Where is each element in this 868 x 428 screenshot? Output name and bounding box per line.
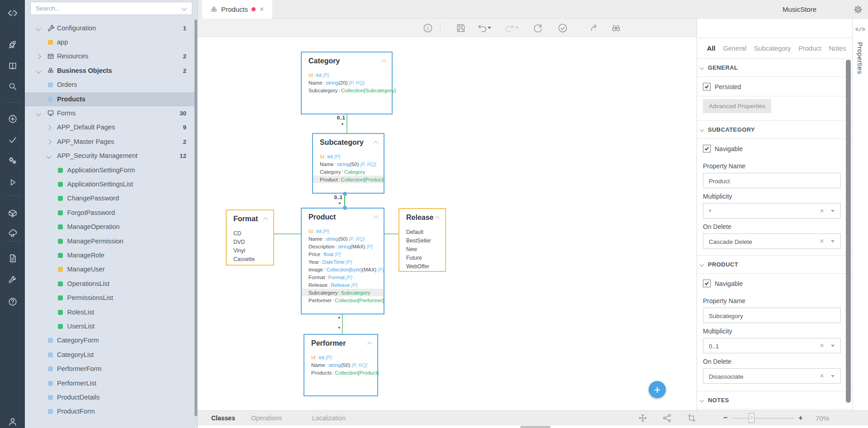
zoom-slider-track[interactable]: [733, 418, 795, 419]
attribute-cd[interactable]: CD: [227, 229, 273, 238]
tree-item-app[interactable]: app: [25, 35, 198, 49]
attribute-new[interactable]: New: [399, 245, 445, 253]
search-box[interactable]: [30, 2, 192, 15]
help-icon[interactable]: [0, 294, 25, 309]
gears-icon[interactable]: [0, 153, 25, 168]
add-entity-button[interactable]: +: [649, 381, 666, 398]
entity-release[interactable]: ReleaseDefaultBestSellerNewFutureWebOffe…: [398, 208, 446, 272]
chevron-down-icon[interactable]: [46, 153, 51, 158]
code-view-icon[interactable]: </>: [855, 27, 865, 33]
attribute-subcategory[interactable]: Subcategory:Subcategory: [302, 289, 384, 296]
attribute-subcategory[interactable]: Subcategory:Collection[Subcategory]: [302, 86, 392, 94]
tree-item-orders[interactable]: Orders: [25, 78, 198, 92]
refresh-icon[interactable]: [532, 23, 543, 33]
navigate-icon[interactable]: [589, 23, 600, 33]
clear-icon[interactable]: ✕: [820, 373, 824, 379]
attribute-year[interactable]: Year:DateTime[P]: [302, 258, 384, 266]
chevron-down-icon[interactable]: [831, 345, 835, 347]
on-delete-input[interactable]: [703, 234, 818, 249]
chevron-down-icon[interactable]: [700, 262, 704, 267]
tree-item-managepermission[interactable]: ManagePermission: [25, 234, 198, 248]
redo-icon[interactable]: [504, 23, 515, 33]
attribute-description[interactable]: Description:string(MAX)[P]: [302, 243, 384, 250]
tree-item-business-objects[interactable]: Business Objects2: [25, 64, 198, 78]
tree-item-changepassword[interactable]: ChangePassword: [25, 191, 198, 205]
chevron-right-icon[interactable]: [36, 54, 41, 59]
chevron-down-icon[interactable]: [36, 26, 41, 31]
undo-dropdown-icon[interactable]: [488, 27, 491, 29]
properties-tab-product[interactable]: Product: [799, 45, 821, 52]
tree-item-managerole[interactable]: ManageRole: [25, 248, 198, 262]
move-icon[interactable]: [638, 413, 648, 423]
add-circle-icon[interactable]: [0, 111, 25, 127]
entity-product[interactable]: ProductId:int[P]Name:string(50)[P, RQ]De…: [301, 208, 384, 314]
advanced-properties-button[interactable]: Advanced Properties: [703, 99, 771, 113]
attribute-name[interactable]: Name:string(20)[P, RQ]: [302, 79, 392, 86]
properties-tab-all[interactable]: All: [707, 45, 716, 52]
check-icon[interactable]: [0, 132, 25, 147]
search-input[interactable]: [31, 2, 176, 14]
on-delete-input[interactable]: [703, 369, 818, 384]
tree-item-products[interactable]: Products: [25, 92, 198, 106]
tree-item-performerlist[interactable]: PerformerList: [25, 376, 198, 390]
tree-item-roleslist[interactable]: RolesList: [25, 305, 198, 319]
attribute-release[interactable]: Release:Release[P]: [302, 281, 384, 289]
attribute-name[interactable]: Name:string(50)[P, RQ]: [302, 235, 384, 243]
attribute-vinyl[interactable]: Vinyl: [227, 246, 273, 255]
attribute-weboffer[interactable]: WebOffer: [399, 262, 445, 271]
association-format-product[interactable]: [274, 233, 301, 234]
tab-products[interactable]: Products ✕: [202, 0, 272, 19]
connector-endpoint[interactable]: [343, 192, 347, 196]
association-category-subcategory[interactable]: [346, 114, 347, 133]
tree-item-app-security-management[interactable]: APP_Security Management12: [25, 149, 198, 163]
navigable-checkbox[interactable]: [703, 280, 711, 287]
chevron-right-icon[interactable]: [46, 125, 51, 130]
save-icon[interactable]: [455, 23, 466, 33]
attribute-price[interactable]: Price:float[P]: [302, 250, 384, 258]
collapse-icon[interactable]: [373, 141, 378, 146]
chevron-down-icon[interactable]: [831, 210, 835, 212]
entity-category[interactable]: CategoryId:int[P]Name:string(20)[P, RQ]S…: [301, 52, 393, 114]
persisted-checkbox[interactable]: [703, 83, 711, 90]
attribute-performer[interactable]: Performer:Collection[Performer]: [302, 296, 384, 304]
properties-scrollbar[interactable]: [846, 60, 851, 403]
tree-item-categorylist[interactable]: CategoryList: [25, 348, 198, 362]
attribute-id[interactable]: Id:int[P]: [313, 152, 384, 160]
attribute-id[interactable]: Id:int[P]: [302, 227, 384, 235]
tree-item-manageoperation[interactable]: ManageOperation: [25, 220, 198, 234]
user-icon[interactable]: [0, 414, 25, 428]
association-product-performer[interactable]: [342, 314, 343, 334]
tree-item-productdetails[interactable]: ProductDetails: [25, 390, 198, 404]
search-dropdown-icon[interactable]: [181, 5, 186, 10]
attribute-id[interactable]: Id:int[P]: [302, 71, 392, 79]
tree-item-app-default-pages[interactable]: APP_Default Pages9: [25, 120, 198, 134]
multiplicity-input[interactable]: [703, 204, 818, 219]
attribute-products[interactable]: Products:Collection[Product]: [304, 369, 377, 376]
chevron-right-icon[interactable]: [46, 139, 51, 144]
properties-tab-subcategory[interactable]: Subcategory: [754, 45, 791, 52]
multiplicity-input[interactable]: [703, 338, 818, 354]
tree-item-performerform[interactable]: PerformerForm: [25, 362, 198, 376]
attribute-dvd[interactable]: DVD: [227, 238, 273, 246]
chevron-down-icon[interactable]: [831, 240, 835, 243]
redo-dropdown-icon[interactable]: [515, 27, 519, 29]
attribute-bestseller[interactable]: BestSeller: [399, 236, 445, 245]
tree-item-resources[interactable]: Resources2: [25, 49, 198, 63]
undo-icon[interactable]: [477, 23, 488, 33]
clear-icon[interactable]: ✕: [820, 238, 824, 244]
tree-item-manageuser[interactable]: ManageUser: [25, 262, 198, 276]
property-name-input[interactable]: [703, 308, 818, 323]
attribute-id[interactable]: Id:int[P]: [304, 353, 377, 361]
section-product[interactable]: PRODUCT: [697, 255, 852, 274]
connector-endpoint[interactable]: [343, 206, 347, 210]
close-icon[interactable]: ✕: [259, 6, 264, 13]
attribute-default[interactable]: Default: [399, 228, 445, 236]
wrench-icon[interactable]: [0, 272, 25, 288]
tree-item-app-master-pages[interactable]: APP_Master Pages2: [25, 135, 198, 149]
tree-item-applicationsettingform[interactable]: ApplicationSettingForm: [25, 163, 198, 177]
tree-item-operationslist[interactable]: OperationsList: [25, 277, 198, 291]
collapse-icon[interactable]: [373, 215, 378, 220]
entity-performer[interactable]: PerformerId:int[P]Name:string(50)[P, RQ]…: [304, 334, 378, 396]
class-diagram-canvas[interactable]: CategoryId:int[P]Name:string(20)[P, RQ]S…: [198, 37, 697, 410]
tree-item-applicationsettingslist[interactable]: ApplicationSettingsList: [25, 177, 198, 191]
